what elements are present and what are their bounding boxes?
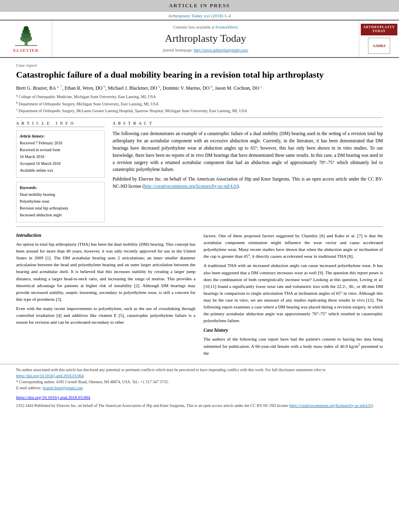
license-link[interactable]: http://creativecommons.org/licenses/by-n… (144, 184, 237, 189)
keywords-box: Keywords: Dual mobility bearing Polyethy… (16, 182, 105, 222)
introduction-text: An option in total hip arthroplasty (THA… (16, 241, 195, 326)
abstract-para1: The following case demonstrates an examp… (113, 130, 383, 173)
elsevier-tree-icon (10, 25, 42, 47)
article-info-col: A R T I C L E I N F O Article history: R… (16, 121, 105, 222)
email-link[interactable]: brazier.brett@gmail.com (43, 386, 83, 390)
affiliations: a College of Osteopathic Medicine, Michi… (16, 93, 383, 114)
main-body: Introduction An option in total hip arth… (0, 232, 399, 359)
sciencedirect-line: Contents lists available at ScienceDirec… (60, 25, 351, 29)
copyright-link[interactable]: http://creativecommons.org/licenses/by-n… (290, 403, 371, 408)
sciencedirect-link[interactable]: ScienceDirect (215, 25, 238, 29)
right-col-intro-text: factors. One of these proposed factors s… (204, 232, 383, 324)
keywords-list: Dual mobility bearing Polyethylene wear … (20, 191, 101, 218)
corresponding-author: * Corresponding author. 4185 Cornell Roa… (16, 379, 383, 385)
aahks-text: AAHKS (372, 44, 385, 48)
revised-label: Received in revised form (20, 147, 101, 153)
revised-date: 16 March 2018 (20, 154, 101, 160)
right-para2: A traditional THA with an increased abdu… (204, 262, 383, 324)
doi-top-text: Arthroplasty Today xxx (2018) 1–4 (168, 13, 231, 18)
keyword-4: Increased abduction angle (20, 212, 101, 218)
case-para1: The authors of the following case report… (204, 336, 383, 357)
footnote-section: No author associated with this article h… (0, 364, 399, 393)
article-title: Catastrophic failure of a dual mobility … (16, 69, 383, 80)
case-history-text: The authors of the following case report… (204, 336, 383, 357)
affiliation-b: b Department of Orthopedic Surgery, Mich… (16, 101, 383, 107)
homepage-link[interactable]: http://www.arthroplastytoday.org/ (194, 48, 248, 52)
page: ARTICLE IN PRESS Arthroplasty Today xxx … (0, 0, 399, 532)
homepage-label: journal homepage: (163, 48, 193, 52)
right-para1: factors. One of these proposed factors s… (204, 232, 383, 260)
aahks-badge: AAHKS (368, 38, 390, 54)
article-category: Case report (16, 63, 383, 68)
keyword-1: Dual mobility bearing (20, 191, 101, 197)
article-content: Case report Catastrophic failure of a du… (0, 63, 399, 222)
divider-2 (16, 226, 383, 227)
doi-footer: https://doi.org/10.1016/j.artd.2018.03.0… (0, 393, 399, 401)
affiliation-c: c Department of Orthopedic Surgery, McLa… (16, 107, 383, 114)
intro-para2: Even with the many recent improvements t… (16, 305, 195, 326)
article-info-heading: A R T I C L E I N F O (16, 121, 105, 127)
article-in-press-banner: ARTICLE IN PRESS (0, 0, 399, 12)
elsevier-logo-area: ELSEVIER (0, 21, 52, 57)
doi-link[interactable]: https://doi.org/10.1016/j.artd.2018.03.0… (16, 395, 90, 400)
keyword-2: Polyethylene wear (20, 198, 101, 204)
sciencedirect-label: Contents lists available at (173, 25, 214, 29)
journal-homepage: journal homepage: http://www.arthroplast… (60, 48, 351, 52)
info-abstract-section: A R T I C L E I N F O Article history: R… (16, 121, 383, 222)
available-online: Available online xxx (20, 167, 101, 173)
abstract-text: The following case demonstrates an examp… (113, 130, 383, 190)
email-line: E-mail address: brazier.brett@gmail.com (16, 385, 383, 391)
elsevier-logo: ELSEVIER (10, 25, 42, 53)
affiliation-a: a College of Osteopathic Medicine, Michi… (16, 93, 383, 100)
arthroplasty-today-logo: ARTHROPLASTYTODAY (361, 24, 397, 35)
conflict-note: No author associated with this article h… (16, 367, 383, 379)
banner-text: ARTICLE IN PRESS (169, 2, 230, 8)
copyright-line: 2352-3441/Published by Elsevier Inc. on … (0, 401, 399, 410)
accepted-date: Accepted 16 March 2018 (20, 160, 101, 166)
journal-info: Contents lists available at ScienceDirec… (52, 21, 359, 57)
article-history-box: Article history: Received 7 February 201… (16, 130, 105, 178)
intro-para1: An option in total hip arthroplasty (THA… (16, 241, 195, 302)
case-history-heading: Case history (204, 327, 383, 333)
journal-title: Arthroplasty Today (60, 33, 351, 45)
authors-line: Brett G. Brazier, BA a, *, Ethan R. Wren… (16, 84, 383, 92)
body-left-col: Introduction An option in total hip arth… (16, 232, 195, 359)
elsevier-text: ELSEVIER (13, 48, 39, 53)
keywords-label: Keywords: (20, 185, 101, 190)
abstract-heading: A B S T R A C T (113, 121, 383, 127)
abstract-col: A B S T R A C T The following case demon… (113, 121, 383, 222)
article-history-label: Article history: (20, 134, 101, 138)
divider-1 (16, 117, 383, 118)
doi-top-line: Arthroplasty Today xxx (2018) 1–4 (0, 12, 399, 20)
journal-header: ELSEVIER Contents lists available at Sci… (0, 20, 399, 58)
abstract-para2: Published by Elsevier Inc. on behalf of … (113, 176, 383, 190)
introduction-heading: Introduction (16, 232, 195, 238)
svg-point-4 (23, 26, 29, 31)
body-right-col: factors. One of these proposed factors s… (204, 232, 383, 359)
keyword-3: Revision total hip arthroplasty (20, 205, 101, 211)
arthroplasty-logo-area: ARTHROPLASTYTODAY AAHKS (359, 21, 399, 57)
disclosure-link[interactable]: https://doi.org/10.1016/j.artd.2018.03.0… (16, 374, 84, 378)
received-date: Received 7 February 2018 (20, 140, 101, 146)
